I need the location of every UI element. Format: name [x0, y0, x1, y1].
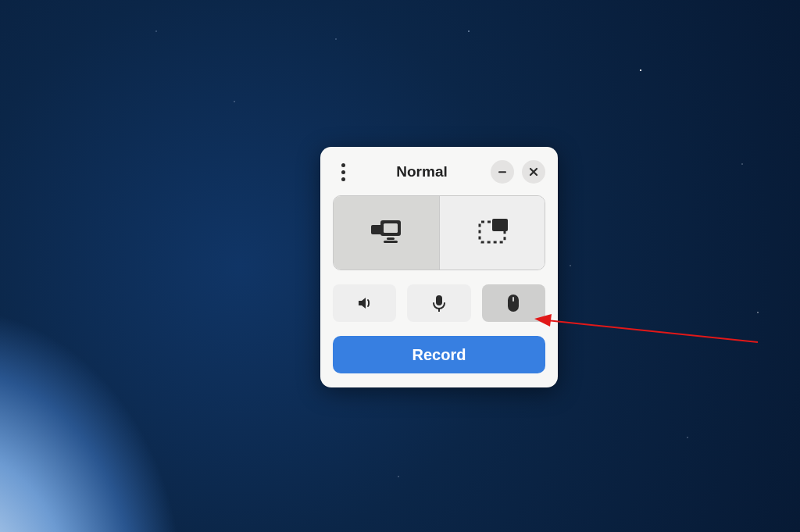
- capture-mode-selector: [333, 195, 545, 270]
- capture-full-screen-button[interactable]: [334, 196, 439, 270]
- titlebar: Normal: [333, 156, 545, 187]
- microphone-icon: [430, 294, 448, 312]
- record-button[interactable]: Record: [333, 336, 545, 373]
- speaker-icon: [355, 294, 374, 312]
- minimize-icon: [497, 166, 508, 177]
- record-button-label: Record: [412, 346, 466, 364]
- screen-recorder-window: Normal: [320, 147, 558, 387]
- system-audio-toggle[interactable]: [333, 284, 396, 322]
- svg-rect-4: [387, 237, 395, 240]
- annotation-arrow: [531, 311, 766, 358]
- app-menu-button[interactable]: [333, 159, 353, 185]
- close-icon: [528, 166, 539, 177]
- desktop-background: Normal: [0, 0, 800, 532]
- more-vertical-icon: [341, 163, 345, 167]
- svg-line-12: [547, 320, 758, 342]
- svg-rect-7: [492, 219, 508, 231]
- svg-rect-11: [512, 297, 514, 302]
- minimize-button[interactable]: [491, 160, 514, 184]
- capture-area-button[interactable]: [439, 196, 545, 270]
- svg-rect-9: [438, 309, 440, 312]
- close-button[interactable]: [522, 160, 545, 184]
- selection-icon: [475, 217, 509, 248]
- svg-rect-0: [498, 171, 506, 173]
- window-title: Normal: [353, 163, 491, 180]
- pointer-toggle[interactable]: [482, 284, 545, 322]
- window-controls: [491, 160, 545, 184]
- option-toggles: [333, 284, 545, 322]
- screens-icon: [366, 217, 405, 248]
- svg-rect-5: [384, 241, 398, 243]
- microphone-toggle[interactable]: [407, 284, 470, 322]
- svg-rect-3: [384, 223, 398, 233]
- svg-rect-8: [436, 295, 442, 305]
- mouse-icon: [505, 293, 521, 313]
